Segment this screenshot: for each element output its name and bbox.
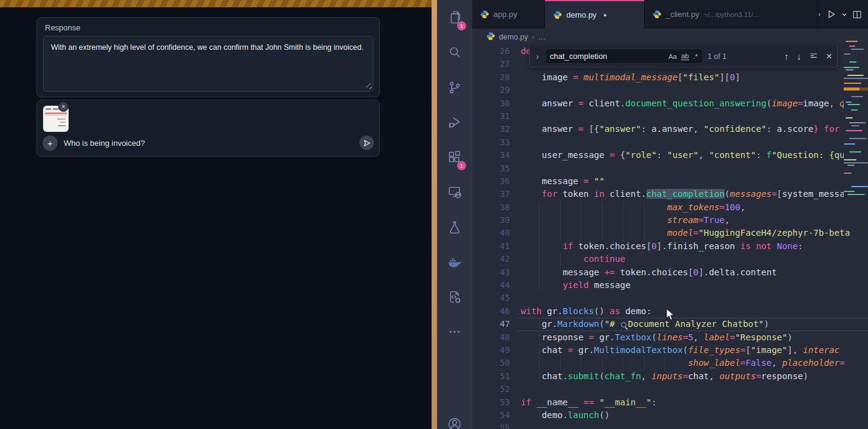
line-number[interactable]: 44 <box>472 279 510 292</box>
breadcrumb-file[interactable]: demo.py <box>499 33 528 41</box>
line-number[interactable]: 49 <box>472 344 510 357</box>
send-icon <box>362 139 371 148</box>
whole-word-toggle[interactable]: ab <box>681 52 689 60</box>
line-number[interactable]: 31 <box>472 110 510 123</box>
find-close-button[interactable]: × <box>826 51 832 61</box>
line-number[interactable]: 50 <box>472 357 510 369</box>
activity-source-control-icon[interactable] <box>437 70 472 105</box>
indent-guide <box>644 201 645 214</box>
code-line-32[interactable]: 32 answer = [{"answer": a.answer, "confi… <box>472 123 868 136</box>
match-case-toggle[interactable]: Aa <box>668 53 677 60</box>
code-line-28[interactable]: 28 image = multimodal_message["files"][0… <box>472 71 868 84</box>
chat-text-input[interactable] <box>64 139 359 148</box>
code-line-44[interactable]: 44 yield message <box>472 279 868 292</box>
line-number[interactable]: 47 <box>472 318 510 331</box>
send-button[interactable] <box>359 136 374 150</box>
code-line-48[interactable]: 48 response = gr.Textbox(lines=5, label=… <box>472 331 868 344</box>
line-number[interactable]: 35 <box>472 162 510 175</box>
find-expand-chevron-icon[interactable]: › <box>535 52 540 61</box>
code-line-54[interactable]: 54 demo.launch() <box>472 409 868 422</box>
regex-toggle[interactable]: .* <box>693 53 698 60</box>
activity-more-icon[interactable] <box>437 315 472 350</box>
activity-code-tools-icon[interactable] <box>437 280 472 315</box>
code-line-35[interactable]: 35 <box>472 162 868 175</box>
code-line-42[interactable]: 42 continue <box>472 253 868 266</box>
code-line-51[interactable]: 51 chat.submit(chat_fn, inputs=chat, out… <box>472 370 868 383</box>
code-line-41[interactable]: 41 if token.choices[0].finish_reason is … <box>472 240 868 253</box>
activity-run-debug-icon[interactable] <box>437 105 472 140</box>
code-line-47[interactable]: 47 gr.Markdown("# Document Analyzer Chat… <box>472 318 868 331</box>
activity-remote-explorer-icon[interactable] <box>437 175 472 210</box>
run-dropdown-chevron-icon[interactable] <box>841 12 847 18</box>
breadcrumb[interactable]: demo.py › … <box>472 29 868 45</box>
line-number[interactable]: 46 <box>472 305 510 318</box>
tab-demo-py[interactable]: demo.py● <box>545 0 645 29</box>
line-number[interactable]: 42 <box>472 253 510 266</box>
split-editor-button[interactable] <box>852 10 862 19</box>
line-number[interactable]: 45 <box>472 292 510 304</box>
code-line-37[interactable]: 37 for token in client.chat_completion(m… <box>472 188 868 201</box>
modified-dot-icon[interactable]: ● <box>603 12 606 18</box>
code-line-38[interactable]: 38 max_tokens=100, <box>472 201 868 214</box>
code-line-50[interactable]: 50 show_label=False, placeholder= <box>472 357 868 369</box>
line-number[interactable]: 43 <box>472 266 510 279</box>
tab--client-py[interactable]: _client.py~/.../python3.11/... <box>645 0 818 29</box>
run-python-file-button[interactable] <box>826 9 836 19</box>
activity-extensions-icon[interactable]: 1 <box>437 140 472 175</box>
line-number[interactable]: 29 <box>472 84 510 97</box>
response-textarea[interactable]: With an extremely high level of confiden… <box>43 36 373 92</box>
line-number[interactable]: 51 <box>472 370 510 383</box>
activity-account-icon[interactable] <box>437 407 472 429</box>
code-line-43[interactable]: 43 message += token.choices[0].delta.con… <box>472 266 868 279</box>
code-line-33[interactable]: 33 <box>472 136 868 149</box>
code-line-29[interactable]: 29 <box>472 84 868 97</box>
line-number[interactable]: 36 <box>472 175 510 188</box>
line-number[interactable]: 48 <box>472 331 510 344</box>
code-line-30[interactable]: 30 answer = client.document_question_ans… <box>472 97 868 110</box>
line-number[interactable]: 40 <box>472 227 510 239</box>
code-line-39[interactable]: 39 stream=True, <box>472 214 868 227</box>
code-line-55[interactable]: 55 <box>472 422 868 429</box>
find-next-button[interactable]: ↓ <box>797 52 802 61</box>
resize-grip-icon[interactable] <box>366 83 372 89</box>
activity-search-icon[interactable] <box>437 35 472 70</box>
tab-app-py[interactable]: app.py <box>472 0 545 29</box>
breadcrumb-rest[interactable]: … <box>538 33 546 41</box>
code-line-52[interactable]: 52 <box>472 383 868 396</box>
line-number[interactable]: 37 <box>472 188 510 201</box>
line-number[interactable]: 33 <box>472 136 510 149</box>
line-number[interactable]: 41 <box>472 240 510 253</box>
line-number[interactable]: 55 <box>472 422 510 429</box>
add-file-button[interactable]: + <box>42 136 58 151</box>
code-line-46[interactable]: 46with gr.Blocks() as demo: <box>472 305 868 318</box>
code-line-45[interactable]: 45 <box>472 292 868 304</box>
line-number[interactable]: 28 <box>472 71 510 84</box>
activity-explorer-icon[interactable]: 1 <box>437 0 472 35</box>
activity-docker-icon[interactable] <box>437 245 472 280</box>
line-number[interactable]: 26 <box>472 45 510 58</box>
code-line-40[interactable]: 40 model="HuggingFaceH4/zephyr-7b-beta <box>472 227 868 239</box>
code-line-36[interactable]: 36 message = "" <box>472 175 868 188</box>
line-number[interactable]: 52 <box>472 383 510 396</box>
line-number[interactable]: 27 <box>472 58 510 70</box>
minimap[interactable] <box>844 35 868 211</box>
code-line-31[interactable]: 31 <box>472 110 868 123</box>
line-number[interactable]: 30 <box>472 97 510 110</box>
find-previous-button[interactable]: ↑ <box>784 52 789 61</box>
code-line-49[interactable]: 49 chat = gr.MultimodalTextbox(file_type… <box>472 344 868 357</box>
line-number[interactable]: 39 <box>472 214 510 227</box>
find-input[interactable] <box>550 52 664 61</box>
find-in-selection-button[interactable] <box>809 51 818 61</box>
line-number[interactable]: 38 <box>472 201 510 214</box>
line-number[interactable]: 34 <box>472 149 510 162</box>
response-label: Response <box>45 23 81 32</box>
indent-guide <box>623 201 623 214</box>
remove-attachment-button[interactable]: × <box>58 101 69 112</box>
line-number[interactable]: 53 <box>472 396 510 409</box>
code-line-34[interactable]: 34 user_message = {"role": "user", "cont… <box>472 149 868 162</box>
code-line-53[interactable]: 53if __name__ == "__main__": <box>472 396 868 409</box>
activity-testing-icon[interactable] <box>437 210 472 245</box>
line-number[interactable]: 54 <box>472 409 510 422</box>
code-area[interactable]: 26de2728 image = multimodal_message["fil… <box>472 45 868 429</box>
line-number[interactable]: 32 <box>472 123 510 136</box>
